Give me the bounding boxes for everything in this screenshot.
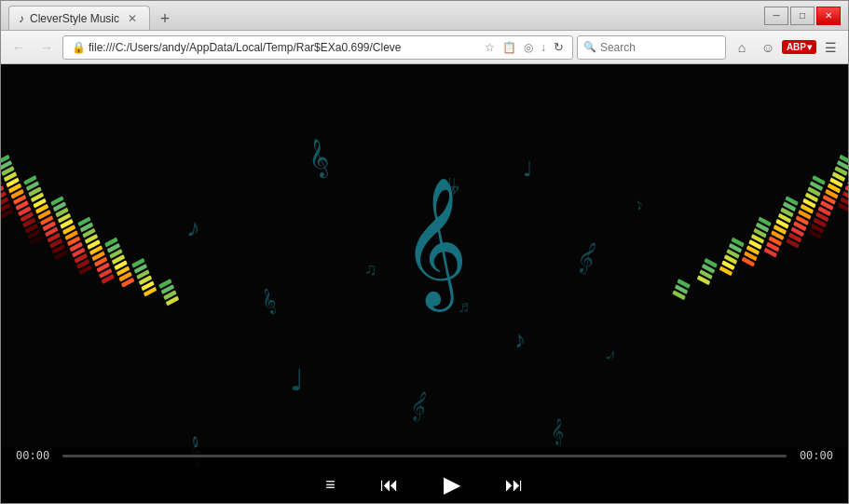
tab-close-button[interactable]: ✕ (125, 11, 140, 26)
home-icon[interactable]: ⌂ (730, 35, 754, 60)
browser-window: ♪ CleverStyle Music ✕ + ─ □ ✕ ← → 🔒 file… (0, 0, 849, 504)
adblock-button[interactable]: ABP ▾ (782, 40, 816, 54)
minimize-button[interactable]: ─ (764, 7, 788, 25)
time-start: 00:00 (16, 449, 53, 462)
nav-bar: ← → 🔒 file:///C:/Users/andy/AppData/Loca… (1, 31, 848, 64)
next-button[interactable]: ⏭ (501, 470, 527, 499)
active-tab[interactable]: ♪ CleverStyle Music ✕ (8, 6, 150, 30)
window-controls: ─ □ ✕ (764, 7, 841, 25)
buttons-row: ≡ ⏮ ▶ ⏭ (16, 468, 833, 501)
eq-visualization-right (624, 64, 848, 456)
new-tab-button[interactable]: + (154, 7, 176, 30)
smiley-icon[interactable]: ☺ (756, 35, 780, 60)
tab-area: ♪ CleverStyle Music ✕ + (8, 1, 764, 30)
tab-title: CleverStyle Music (30, 12, 119, 25)
pocket-icon[interactable]: ◎ (521, 40, 536, 55)
search-input[interactable] (600, 41, 740, 54)
back-button[interactable]: ← (7, 35, 31, 60)
search-icon: 🔍 (583, 41, 596, 53)
time-end: 00:00 (796, 449, 833, 462)
abp-arrow: ▾ (807, 42, 812, 52)
abp-label: ABP (787, 42, 806, 52)
url-text: file:///C:/Users/andy/AppData/Local/Temp… (89, 41, 482, 54)
refresh-button[interactable]: ↻ (551, 40, 567, 54)
bookmark-star-icon[interactable]: ☆ (482, 40, 498, 55)
address-bar[interactable]: 🔒 file:///C:/Users/andy/AppData/Local/Te… (62, 35, 573, 60)
title-bar: ♪ CleverStyle Music ✕ + ─ □ ✕ (1, 1, 848, 31)
play-button[interactable]: ▶ (440, 468, 464, 501)
maximize-button[interactable]: □ (790, 7, 815, 25)
toolbar-icons: ⌂ ☺ ABP ▾ ☰ (730, 35, 842, 60)
forward-button[interactable]: → (34, 35, 59, 60)
menu-icon[interactable]: ☰ (818, 35, 842, 60)
close-button[interactable]: ✕ (816, 7, 841, 25)
lock-icon: 🔒 (69, 40, 89, 55)
progress-row: 00:00 00:00 (16, 449, 833, 462)
progress-bar[interactable] (62, 455, 787, 457)
search-box[interactable]: 🔍 (577, 35, 726, 60)
menu-button[interactable]: ≡ (322, 471, 339, 498)
download-icon[interactable]: ↓ (538, 40, 549, 55)
prev-button[interactable]: ⏮ (377, 470, 403, 499)
tab-favicon: ♪ (19, 12, 24, 25)
player-content: 𝄞 𝄞 ♪ 𝄞 ♩ 𝄞 ♪ 𝄞 ♩ ♪ ♫ 𝄞 𝄞 ♪ 𝄫 ♬ 00:00 (1, 64, 848, 503)
eq-visualization-left (1, 64, 225, 456)
controls-bar: 00:00 00:00 ≡ ⏮ ▶ ⏭ (1, 447, 848, 503)
address-icons: ☆ 📋 ◎ ↓ ↻ (482, 40, 567, 55)
svg-rect-139 (838, 203, 848, 213)
reader-icon[interactable]: 📋 (500, 40, 519, 55)
